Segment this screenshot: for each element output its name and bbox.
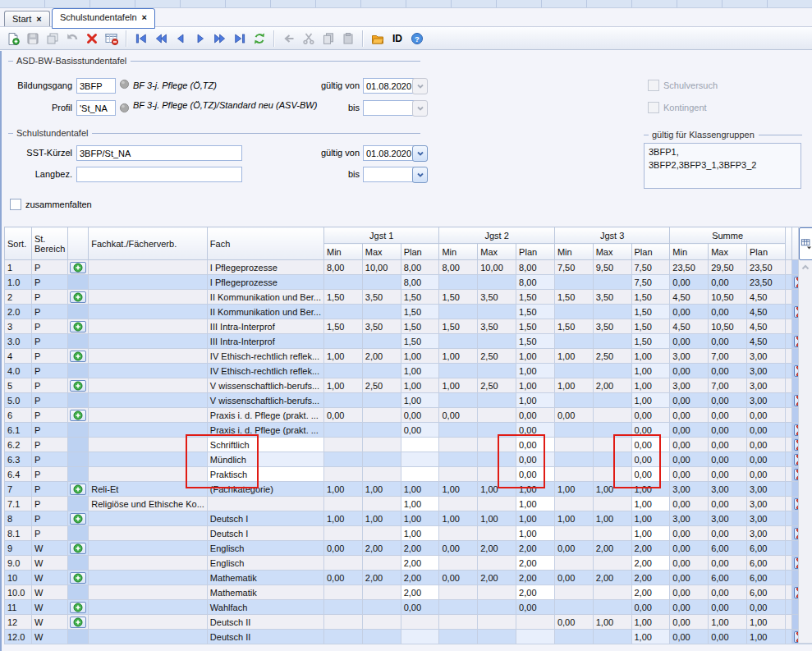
cell-value[interactable]: 1,00 [631, 497, 670, 511]
cell-value[interactable] [516, 630, 555, 644]
expand-row-button[interactable] [70, 410, 86, 421]
scroll-up-icon[interactable] [800, 262, 811, 273]
cell-value[interactable]: 2,00 [516, 585, 555, 600]
cell-value[interactable]: 1,00 [516, 497, 555, 511]
cell-value [554, 334, 593, 349]
expand-row-button[interactable] [70, 602, 86, 613]
prev-icon[interactable] [172, 30, 190, 48]
cell-sort: 6.3 [5, 452, 32, 467]
cell-value[interactable] [401, 452, 439, 467]
cell-value[interactable]: 2,00 [631, 585, 670, 600]
basis-gueltig-von-input[interactable] [363, 78, 415, 94]
bildungsgang-input[interactable] [76, 78, 116, 94]
langbez-input[interactable] [76, 167, 242, 182]
sst-bis-input[interactable] [363, 167, 415, 182]
delete-record-icon[interactable] [83, 30, 101, 48]
cell-value[interactable]: 0,00 [516, 438, 555, 452]
cell-value[interactable]: 0,00 [631, 423, 670, 438]
back-icon[interactable] [280, 30, 298, 48]
sst-gueltig-von-dropdown[interactable] [412, 145, 428, 162]
cell-value: 4,50 [747, 319, 786, 334]
cell-value[interactable]: 1,50 [516, 305, 555, 319]
cell-value[interactable]: 1,50 [516, 334, 555, 349]
expand-row-button[interactable] [70, 513, 86, 525]
cell-value[interactable]: 0,00 [516, 423, 555, 438]
first-record-icon[interactable] [132, 30, 150, 48]
cell-value[interactable]: 2,00 [401, 556, 439, 571]
cell-value[interactable]: 1,00 [631, 393, 670, 408]
column-chooser-button[interactable] [799, 227, 812, 260]
cell-fach[interactable]: Schriftlich [207, 438, 323, 452]
expand-row-button[interactable] [70, 380, 86, 392]
cell-value[interactable]: 1,00 [516, 364, 555, 378]
last-record-icon[interactable] [231, 30, 249, 48]
expand-row-button[interactable] [70, 617, 86, 628]
cell-value[interactable]: 0,00 [401, 423, 439, 438]
cell-value[interactable] [401, 630, 439, 644]
cell-value[interactable] [401, 467, 439, 482]
cell-value[interactable]: 1,00 [631, 526, 670, 541]
copy-icon[interactable] [319, 30, 337, 48]
vertical-scrollbar[interactable] [798, 227, 812, 644]
next-icon[interactable] [191, 30, 209, 48]
cell-value[interactable] [401, 438, 439, 452]
cell-value[interactable]: 1,00 [401, 393, 439, 408]
tab-close-icon[interactable]: × [142, 12, 147, 22]
cell-value[interactable]: 8,00 [516, 275, 555, 290]
expand-row-button[interactable] [70, 351, 86, 362]
refresh-icon[interactable] [250, 30, 268, 48]
table-remove-icon[interactable] [103, 30, 121, 48]
sst-gueltig-von-input[interactable] [363, 145, 415, 161]
cell-value[interactable]: 1,50 [631, 334, 670, 349]
cell-value[interactable]: 8,00 [401, 275, 439, 290]
tab-close-icon[interactable]: × [36, 14, 41, 24]
cell-value[interactable]: 1,50 [631, 305, 670, 319]
expand-row-button[interactable] [70, 484, 86, 495]
tab-schulstundentafeln[interactable]: Schulstundentafeln× [52, 8, 155, 29]
cell-value[interactable]: 1,50 [401, 305, 439, 319]
cell-value[interactable]: 1,00 [401, 526, 439, 541]
cell-value[interactable]: 2,00 [631, 556, 670, 571]
cell-value[interactable]: 0,00 [631, 438, 670, 452]
duplicate-record-icon[interactable] [44, 30, 62, 48]
cell-value[interactable]: 1,00 [401, 497, 439, 511]
cell-value[interactable]: 0,00 [516, 452, 555, 467]
sst-kuerzel-input[interactable] [76, 145, 242, 161]
cell-fach[interactable]: Praktisch [207, 467, 323, 482]
prev-fast-icon[interactable] [152, 30, 170, 48]
expand-row-button[interactable] [70, 572, 86, 584]
undo-icon[interactable] [63, 30, 81, 48]
save-icon[interactable] [24, 30, 42, 48]
expand-row-button[interactable] [70, 262, 86, 273]
cell-value[interactable]: 1,50 [401, 334, 439, 349]
cell-value[interactable]: 1,00 [631, 630, 670, 644]
sst-bis-dropdown[interactable] [412, 167, 428, 183]
cell-value[interactable]: 1,00 [401, 364, 439, 378]
new-record-icon[interactable] [4, 30, 22, 48]
expand-row-button[interactable] [70, 291, 86, 303]
profil-input[interactable] [76, 100, 116, 116]
id-button[interactable]: ID [388, 30, 406, 48]
cell-value[interactable]: 7,50 [631, 275, 670, 290]
cell-value[interactable]: 0,00 [516, 467, 555, 482]
paste-icon[interactable] [339, 30, 357, 48]
cut-icon[interactable] [300, 30, 318, 48]
cell-value[interactable]: 1,00 [516, 526, 555, 541]
basis-bis-input[interactable] [363, 100, 415, 116]
cell-fachkat [89, 334, 208, 349]
help-icon[interactable]: ? [408, 30, 426, 48]
cell-bereich: P [31, 260, 67, 275]
cell-value[interactable]: 0,00 [631, 452, 670, 467]
tab-start[interactable]: Start× [4, 11, 50, 27]
cell-value[interactable]: 1,00 [631, 364, 670, 378]
expand-row-button[interactable] [70, 543, 86, 554]
zusammenfalten-checkbox[interactable] [10, 199, 21, 210]
open-folder-icon[interactable] [369, 30, 387, 48]
cell-value[interactable]: 2,00 [516, 556, 555, 571]
cell-value[interactable]: 2,00 [401, 585, 439, 600]
next-fast-icon[interactable] [211, 30, 229, 48]
cell-fach[interactable]: Mündlich [207, 452, 323, 467]
cell-value[interactable]: 0,00 [631, 467, 670, 482]
cell-value[interactable]: 1,00 [516, 393, 555, 408]
expand-row-button[interactable] [70, 321, 86, 332]
